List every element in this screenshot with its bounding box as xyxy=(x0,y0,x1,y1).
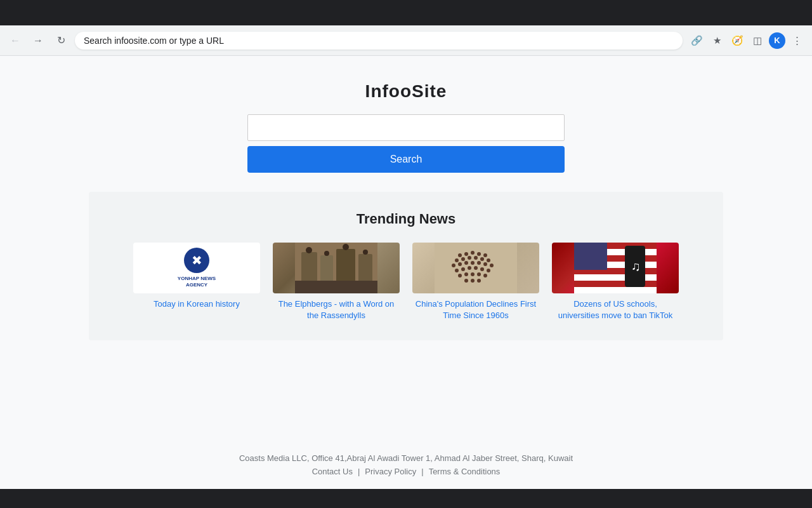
footer-sep-2: | xyxy=(421,467,423,476)
svg-point-38 xyxy=(477,272,481,276)
svg-point-23 xyxy=(458,262,462,266)
svg-rect-5 xyxy=(295,281,377,293)
svg-point-40 xyxy=(464,279,468,283)
svg-text:♫: ♫ xyxy=(631,259,641,273)
search-input[interactable] xyxy=(247,114,565,141)
svg-rect-3 xyxy=(336,249,355,284)
svg-point-6 xyxy=(306,247,312,253)
news-link-tiktok[interactable]: Dozens of US schools, universities move … xyxy=(552,298,679,321)
svg-rect-51 xyxy=(574,287,657,293)
site-title: InfooSite xyxy=(365,81,447,102)
toggle-sidebar-button[interactable]: ◫ xyxy=(749,32,766,50)
svg-point-17 xyxy=(461,257,465,261)
reload-button[interactable]: ↻ xyxy=(52,32,70,50)
news-card-china-population[interactable]: China's Population Declines First Time S… xyxy=(412,243,539,321)
svg-point-14 xyxy=(477,252,481,256)
svg-point-12 xyxy=(464,252,468,256)
bookmark-button[interactable]: ★ xyxy=(708,32,726,50)
svg-point-7 xyxy=(324,251,329,256)
svg-point-21 xyxy=(487,258,490,262)
news-card-tiktok[interactable]: ♫ Dozens of US schools, universities mov… xyxy=(552,243,679,321)
svg-point-36 xyxy=(464,272,468,276)
terms-link[interactable]: Terms & Conditions xyxy=(429,467,501,476)
svg-point-34 xyxy=(487,269,490,272)
svg-point-13 xyxy=(471,251,475,255)
nav-icons: 🔗 ★ 🧭 ◫ K ⋮ xyxy=(688,32,806,50)
trending-title: Trending News xyxy=(102,211,710,227)
yonhap-logo: ✖ YONHAP NEWS AGENCY xyxy=(178,248,216,289)
svg-point-9 xyxy=(363,250,368,255)
tiktok-illustration: ♫ xyxy=(552,243,679,293)
svg-rect-2 xyxy=(320,255,333,284)
svg-point-33 xyxy=(480,267,484,271)
contact-link[interactable]: Contact Us xyxy=(312,467,353,476)
svg-point-37 xyxy=(471,272,475,276)
svg-point-41 xyxy=(471,279,475,283)
forward-button[interactable]: → xyxy=(29,32,47,50)
extensions-button[interactable]: 🧭 xyxy=(728,32,746,50)
svg-point-32 xyxy=(474,266,478,270)
privacy-link[interactable]: Privacy Policy xyxy=(365,467,416,476)
svg-point-42 xyxy=(477,279,481,283)
svg-point-24 xyxy=(464,261,468,265)
svg-point-20 xyxy=(480,257,484,261)
search-container: Search xyxy=(247,114,565,173)
news-image-china-pop xyxy=(412,243,539,293)
browser-nav-bar: ← → ↻ 🔗 ★ 🧭 ◫ K ⋮ xyxy=(0,25,812,56)
svg-point-28 xyxy=(490,264,494,267)
svg-point-18 xyxy=(468,256,471,260)
svg-point-39 xyxy=(483,274,487,277)
search-button[interactable]: Search xyxy=(247,146,565,173)
svg-point-26 xyxy=(477,261,481,265)
svg-point-25 xyxy=(471,261,475,265)
more-options-button[interactable]: ⋮ xyxy=(788,32,806,50)
trending-section: Trending News ✖ YONHAP NEWS AGENCY Today… xyxy=(89,192,723,340)
svg-rect-1 xyxy=(301,252,317,284)
yonhap-icon: ✖ xyxy=(184,248,209,273)
svg-point-15 xyxy=(483,253,487,257)
svg-rect-52 xyxy=(574,243,607,270)
yonhap-text: YONHAP NEWS AGENCY xyxy=(178,276,216,289)
news-image-elphbergs xyxy=(273,243,400,293)
news-grid: ✖ YONHAP NEWS AGENCY Today in Korean his… xyxy=(102,243,710,321)
news-card-elphbergs[interactable]: The Elphbergs - with a Word on the Rasse… xyxy=(273,243,400,321)
news-link-china-population[interactable]: China's Population Declines First Time S… xyxy=(412,298,539,321)
svg-point-11 xyxy=(458,253,462,257)
news-image-tiktok: ♫ xyxy=(552,243,679,293)
svg-point-31 xyxy=(468,266,471,270)
svg-point-16 xyxy=(455,258,459,262)
footer-address: Coasts Media LLC, Office 41,Abraj Al Awa… xyxy=(13,453,799,463)
elphbergs-illustration xyxy=(273,243,400,293)
news-card-korean-history[interactable]: ✖ YONHAP NEWS AGENCY Today in Korean his… xyxy=(133,243,260,321)
svg-point-35 xyxy=(458,274,462,277)
svg-point-22 xyxy=(452,264,455,267)
footer-sep-1: | xyxy=(358,467,360,476)
china-pop-illustration xyxy=(412,243,539,293)
browser-bottom-bar xyxy=(0,489,812,508)
news-link-elphbergs[interactable]: The Elphbergs - with a Word on the Rasse… xyxy=(273,298,400,321)
news-link-korean-history[interactable]: Today in Korean history xyxy=(154,298,240,310)
user-avatar[interactable]: K xyxy=(769,32,785,49)
footer: Coasts Media LLC, Office 41,Abraj Al Awa… xyxy=(0,441,812,489)
svg-point-27 xyxy=(483,262,487,266)
svg-point-29 xyxy=(455,269,459,272)
address-bar[interactable] xyxy=(75,32,683,50)
browser-top-bar xyxy=(0,0,812,25)
footer-links: Contact Us | Privacy Policy | Terms & Co… xyxy=(13,467,799,476)
back-button[interactable]: ← xyxy=(6,32,24,50)
svg-rect-4 xyxy=(358,254,372,284)
share-button[interactable]: 🔗 xyxy=(688,32,705,50)
svg-point-30 xyxy=(461,267,465,271)
svg-point-8 xyxy=(343,244,349,250)
page-content: InfooSite Search Trending News ✖ YONHAP … xyxy=(0,56,812,441)
news-image-korean-history: ✖ YONHAP NEWS AGENCY xyxy=(133,243,260,293)
svg-point-19 xyxy=(474,256,478,260)
